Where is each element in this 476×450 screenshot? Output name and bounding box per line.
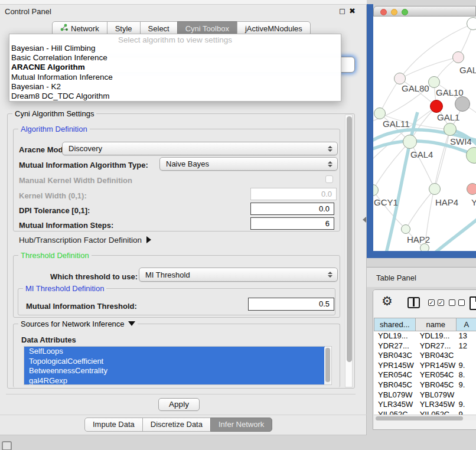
unchecked-checkbox-icon[interactable] — [449, 299, 455, 306]
network-node[interactable] — [429, 183, 441, 195]
table-hscrollbar-thumb[interactable] — [376, 416, 463, 420]
table-row[interactable]: YDR27...YDR27...12 — [374, 341, 476, 351]
table-panel-title: Table Panel — [376, 273, 416, 282]
mi-threshold-label: Mutual Information Threshold: — [26, 302, 137, 311]
bottom-tab-bar: Impute DataDiscretize DataInfer Network — [84, 418, 272, 432]
node-label: GAL10 — [436, 87, 464, 97]
node-label: GAL4 — [410, 149, 433, 159]
network-node[interactable] — [403, 135, 417, 149]
dropdown-prompt: Select algorithm to view settings — [9, 34, 341, 44]
float-window-icon[interactable]: ◻ — [339, 6, 345, 15]
network-node[interactable] — [430, 100, 443, 113]
network-node[interactable] — [444, 123, 457, 136]
kernel-width-field[interactable]: 0.0 — [250, 188, 337, 200]
close-icon[interactable]: ✖ — [349, 6, 356, 15]
zoom-traffic-icon[interactable] — [402, 9, 408, 15]
algorithm-definition-title: Algorithm Definition — [18, 125, 90, 133]
column-header-shared[interactable]: shared... — [374, 318, 416, 331]
checked-checkbox-icon[interactable]: ✓ — [438, 299, 444, 306]
minimized-window-icon[interactable] — [2, 441, 12, 450]
columns-icon[interactable] — [407, 297, 420, 308]
network-node[interactable] — [394, 73, 406, 84]
table-cell: 8. — [457, 370, 476, 380]
combo-arrows-icon — [328, 161, 332, 167]
network-window-titlebar[interactable] — [373, 6, 476, 17]
tab-label: Infer Network — [219, 420, 264, 429]
gear-icon[interactable]: ⚙ — [382, 294, 393, 308]
table-row[interactable]: YBL079WYBL079W — [374, 390, 476, 400]
split-collapse-icon[interactable] — [363, 217, 366, 223]
manual-kernel-checkbox[interactable] — [325, 175, 333, 183]
attribute-item[interactable]: TopologicalCoefficient — [24, 357, 325, 367]
table-row[interactable]: YLR345WYLR345W9. — [374, 400, 476, 410]
minimize-traffic-icon[interactable] — [391, 9, 397, 15]
tab-infer-network[interactable]: Infer Network — [210, 418, 272, 432]
dpi-tolerance-field[interactable]: 0.0 — [250, 203, 334, 215]
unchecked-checkbox-icon[interactable] — [458, 299, 465, 306]
node-table[interactable]: shared...nameA YDL19...YDL19...13YDR27..… — [374, 318, 476, 419]
settings-scrollbar-thumb[interactable] — [347, 116, 352, 362]
hub-factor-label: Hub/Transcription Factor Definition — [19, 236, 142, 244]
sources-title[interactable]: Sources for Network Inference — [18, 319, 138, 328]
column-header-A[interactable]: A — [457, 318, 476, 331]
data-attributes-list[interactable]: SelfLoopsTopologicalCoefficientBetweenne… — [24, 346, 332, 385]
hub-factor-expander[interactable]: Hub/Transcription Factor Definition — [19, 236, 151, 244]
node-label: GAL1 — [437, 112, 459, 122]
network-node[interactable] — [467, 183, 476, 195]
close-traffic-icon[interactable] — [380, 9, 387, 15]
attributes-scrollbar[interactable] — [324, 347, 331, 384]
which-threshold-select[interactable]: MI Threshold — [139, 268, 338, 282]
tab-discretize-data[interactable]: Discretize Data — [142, 418, 211, 432]
apply-button[interactable]: Apply — [158, 398, 200, 411]
table-row[interactable]: YBR043CYBR043C — [374, 351, 476, 361]
table-hscrollbar[interactable] — [374, 415, 476, 420]
dropdown-item[interactable]: Basic Correlation Inference — [9, 53, 341, 63]
network-node[interactable] — [374, 107, 386, 119]
tab-label: Select — [148, 24, 169, 33]
attributes-scrollbar-thumb[interactable] — [325, 348, 330, 382]
network-node[interactable] — [401, 224, 410, 234]
mi-steps-label: Mutual Information Steps: — [19, 221, 113, 230]
table-row[interactable]: YDL19...YDL19...13 — [374, 331, 476, 341]
attribute-item[interactable]: BetweennessCentrality — [24, 366, 325, 376]
which-threshold-label: Which threshold to use: — [50, 272, 138, 281]
tab-label: jActiveMNodules — [245, 24, 302, 33]
column-header-name[interactable]: name — [416, 318, 457, 331]
table-cell: YDR27... — [416, 341, 457, 351]
table-row[interactable]: YER054CYER054C8. — [374, 370, 476, 380]
tab-label: Style — [115, 24, 132, 33]
table-cell: YER054C — [374, 370, 416, 380]
mi-type-select[interactable]: Naive Bayes — [159, 157, 338, 171]
checked-checkbox-icon[interactable]: ✓ — [428, 299, 435, 306]
network-node[interactable] — [467, 17, 476, 30]
table-panel-window: ⚙ ✓ ✓ shared...nameA YDL19...YDL19...13Y… — [373, 289, 476, 430]
aracne-mode-select[interactable]: Discovery — [62, 142, 338, 155]
mi-steps-field[interactable]: 6 — [250, 217, 334, 230]
network-icon — [60, 24, 68, 33]
tab-label: Impute Data — [93, 420, 135, 429]
mi-threshold-field[interactable]: 0.5 — [248, 298, 334, 311]
settings-scrollbar[interactable] — [345, 115, 353, 387]
attribute-item[interactable]: SelfLoops — [24, 347, 325, 357]
network-node[interactable] — [452, 51, 464, 63]
control-panel: Control Panel ◻ ✖ NetworkStyleSelectCyni… — [0, 0, 367, 435]
dropdown-item[interactable]: Mutual Information Inference — [9, 73, 341, 82]
dropdown-item[interactable]: Bayesian - Hill Climbing — [9, 44, 341, 53]
network-node[interactable] — [455, 96, 470, 112]
table-cell: YPR145W — [374, 361, 416, 371]
dropdown-item[interactable]: Bayesian - K2 — [9, 82, 341, 92]
table-row[interactable]: YPR145WYPR145W9. — [374, 361, 476, 371]
attribute-item[interactable]: gal4RGexp — [24, 376, 325, 386]
network-canvas[interactable]: GALGAL80GAL10GAL1GAL11SWI4GAL4GCY1HAP4YH… — [373, 17, 476, 251]
manual-kernel-label: Manual Kernel Width Definition — [19, 176, 132, 185]
dropdown-item[interactable]: Dream8 DC_TDC Algorithm — [9, 92, 341, 101]
table-cell — [457, 351, 476, 361]
tab-impute-data[interactable]: Impute Data — [84, 418, 143, 432]
table-row[interactable]: YBR045CYBR045C9. — [374, 380, 476, 390]
document-icon[interactable] — [470, 296, 476, 310]
group-title: Cyni Algorithm Settings — [12, 109, 96, 118]
node-label: GAL11 — [383, 119, 410, 129]
dropdown-item[interactable]: ARACNE Algorithm — [9, 63, 341, 72]
table-cell: YBR043C — [416, 351, 457, 361]
network-node[interactable] — [428, 76, 440, 88]
